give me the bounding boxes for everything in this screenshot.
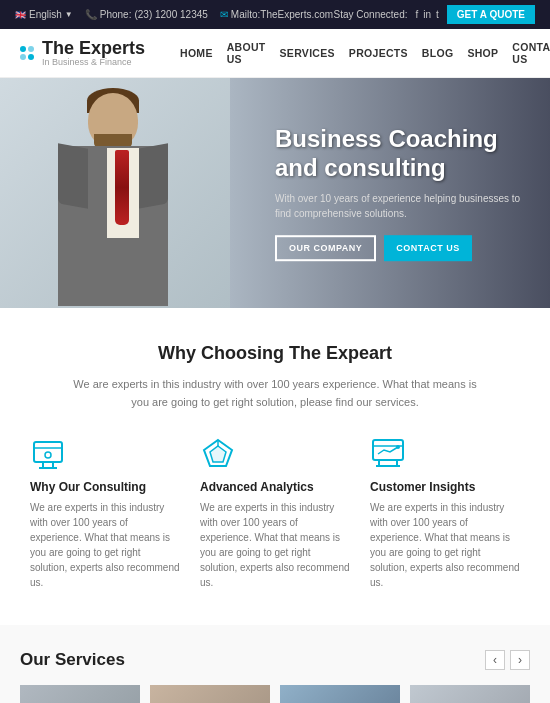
nav-services[interactable]: SERVICES bbox=[280, 47, 335, 59]
hero-buttons: OUR COMPANY CONTACT US bbox=[275, 235, 535, 261]
consulting-icon bbox=[30, 436, 66, 472]
nav-shop[interactable]: SHOP bbox=[467, 47, 498, 59]
feature-desc: We are experts in this industry with ove… bbox=[30, 500, 180, 590]
language-selector[interactable]: 🇬🇧 English ▼ bbox=[15, 9, 73, 20]
logo: The Experts In Business & Finance bbox=[20, 39, 180, 67]
why-subtitle: We are experts in this industry with ove… bbox=[65, 376, 485, 411]
facebook-icon[interactable]: f bbox=[415, 9, 418, 20]
nav-contact[interactable]: CONTACT US bbox=[512, 41, 550, 65]
hero-title: Business Coaching and consulting bbox=[275, 125, 535, 183]
linkedin-icon[interactable]: in bbox=[423, 9, 431, 20]
why-title: Why Choosing The Expeart bbox=[30, 343, 520, 364]
feature-title: Why Our Consulting bbox=[30, 480, 180, 494]
logo-dot bbox=[28, 46, 34, 52]
email-info: ✉ Mailto:TheExperts.com bbox=[220, 9, 333, 20]
service-cards: Service #2 Sustainability When it comes … bbox=[20, 685, 530, 703]
feature-desc: We are experts in this industry with ove… bbox=[370, 500, 520, 590]
person-lapel-left bbox=[58, 143, 88, 208]
quote-button[interactable]: GET A QUOTE bbox=[447, 5, 535, 24]
logo-subtitle: In Business & Finance bbox=[42, 57, 145, 67]
service-image-3 bbox=[280, 685, 400, 703]
why-section: Why Choosing The Expeart We are experts … bbox=[0, 308, 550, 625]
hero-subtitle: With over 10 years of experience helping… bbox=[275, 191, 535, 221]
services-title: Our Services bbox=[20, 650, 125, 670]
svg-point-14 bbox=[396, 445, 400, 449]
twitter-icon[interactable]: t bbox=[436, 9, 439, 20]
top-bar: 🇬🇧 English ▼ 📞 Phone: (23) 1200 12345 ✉ … bbox=[0, 0, 550, 29]
top-bar-left: 🇬🇧 English ▼ 📞 Phone: (23) 1200 12345 ✉ … bbox=[15, 9, 333, 20]
service-card-3: Service #4 Organization We help business… bbox=[280, 685, 400, 703]
svg-marker-7 bbox=[210, 446, 226, 462]
our-company-button[interactable]: OUR COMPANY bbox=[275, 235, 376, 261]
service-card-1: Service #2 Sustainability When it comes … bbox=[20, 685, 140, 703]
insights-icon bbox=[370, 436, 406, 472]
person-tie bbox=[115, 150, 129, 225]
hero-image bbox=[0, 78, 230, 308]
services-section: Our Services ‹ › Service #2 Sustainabili… bbox=[0, 625, 550, 703]
logo-dot bbox=[20, 46, 26, 52]
logo-dot bbox=[28, 54, 34, 60]
svg-point-5 bbox=[45, 452, 51, 458]
next-arrow[interactable]: › bbox=[510, 650, 530, 670]
main-nav: HOME ABOUT US SERVICES PROJECTS BLOG SHO… bbox=[180, 41, 550, 65]
service-image-1 bbox=[20, 685, 140, 703]
feature-consulting: Why Our Consulting We are experts in thi… bbox=[30, 436, 180, 590]
stay-connected-label: Stay Connected: bbox=[334, 9, 408, 20]
prev-arrow[interactable]: ‹ bbox=[485, 650, 505, 670]
feature-insights: Customer Insights We are experts in this… bbox=[370, 436, 520, 590]
analytics-icon bbox=[200, 436, 236, 472]
top-bar-right: Stay Connected: f in t GET A QUOTE bbox=[334, 5, 535, 24]
svg-rect-9 bbox=[373, 440, 403, 460]
logo-text: The Experts In Business & Finance bbox=[42, 39, 145, 67]
hero-section: Business Coaching and consulting With ov… bbox=[0, 78, 550, 308]
nav-about[interactable]: ABOUT US bbox=[227, 41, 266, 65]
header: The Experts In Business & Finance HOME A… bbox=[0, 29, 550, 78]
service-card-2: Service #3 Performance In a contract, pe… bbox=[150, 685, 270, 703]
features-list: Why Our Consulting We are experts in thi… bbox=[30, 436, 520, 590]
person-lapel-right bbox=[138, 143, 168, 208]
feature-title: Customer Insights bbox=[370, 480, 520, 494]
logo-title: The Experts bbox=[42, 39, 145, 57]
nav-projects[interactable]: PROJECTS bbox=[349, 47, 408, 59]
feature-desc: We are experts in this industry with ove… bbox=[200, 500, 350, 590]
nav-blog[interactable]: BLOG bbox=[422, 47, 454, 59]
phone-info: 📞 Phone: (23) 1200 12345 bbox=[85, 9, 208, 20]
service-image-2 bbox=[150, 685, 270, 703]
nav-home[interactable]: HOME bbox=[180, 47, 213, 59]
hero-content: Business Coaching and consulting With ov… bbox=[275, 125, 535, 261]
service-image-4 bbox=[410, 685, 530, 703]
service-card-4: Service #1 Business Growth The process o… bbox=[410, 685, 530, 703]
logo-icon bbox=[20, 46, 34, 60]
feature-title: Advanced Analytics bbox=[200, 480, 350, 494]
feature-analytics: Advanced Analytics We are experts in thi… bbox=[200, 436, 350, 590]
logo-dot bbox=[20, 54, 26, 60]
services-header: Our Services ‹ › bbox=[20, 650, 530, 670]
contact-us-button[interactable]: CONTACT US bbox=[384, 235, 471, 261]
social-icons: f in t bbox=[415, 9, 438, 20]
carousel-nav: ‹ › bbox=[485, 650, 530, 670]
